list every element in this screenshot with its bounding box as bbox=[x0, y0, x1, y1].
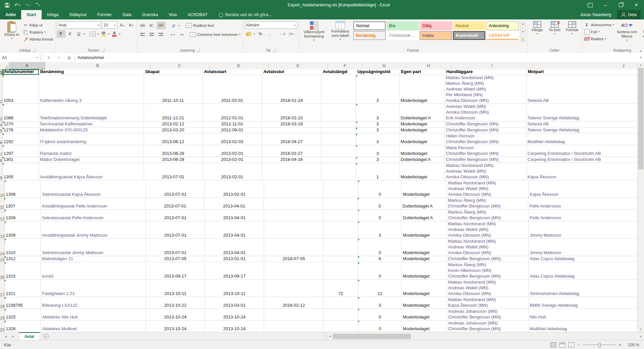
grid-cell[interactable]: Mattias Nordstrand (MN)Kajsa Åkesson (MN… bbox=[447, 297, 529, 309]
grid-cell[interactable]: Moderbolaget bbox=[400, 163, 445, 180]
column-header-B[interactable]: B bbox=[45, 62, 150, 69]
redo-button[interactable]: ↷▾ bbox=[25, 2, 31, 8]
grid-cell[interactable]: Moderbolaget bbox=[400, 128, 445, 133]
grid-cell[interactable] bbox=[324, 309, 358, 321]
grid-cell[interactable]: 3 bbox=[358, 198, 401, 210]
grid-cell[interactable] bbox=[264, 181, 324, 198]
grid-cell[interactable]: 1 bbox=[356, 163, 400, 180]
grid-cell[interactable]: 2018-04-27 bbox=[262, 134, 321, 145]
grid-cell[interactable]: Serviceavtal Kaffemaskiner bbox=[39, 122, 144, 127]
row-header-14[interactable]: 14 bbox=[0, 239, 5, 256]
grid-cell[interactable] bbox=[264, 222, 324, 239]
grid-cell[interactable]: 3 bbox=[356, 75, 400, 104]
grid-cell[interactable]: 1307 bbox=[4, 198, 41, 210]
grid-cell[interactable]: Telenor Sverige Aktiebolag bbox=[527, 104, 638, 121]
grid-cell[interactable]: Mobiltelefon 070-000125 bbox=[39, 128, 144, 133]
row-header-1[interactable]: 1 bbox=[0, 69, 3, 75]
increase-decimal-button[interactable]: ←,0 bbox=[279, 31, 287, 37]
cell-style-l-nkad-cell[interactable]: Länkad cell bbox=[486, 31, 518, 40]
grid-cell[interactable]: Helen PerssonChristoffer Bengtsson (MN) bbox=[445, 134, 527, 145]
grid-cell[interactable]: 2018-04-16 bbox=[262, 157, 321, 163]
namebox-splitter[interactable]: ⋮ bbox=[40, 53, 44, 62]
grid-cell[interactable] bbox=[324, 210, 358, 221]
grid-cell[interactable]: 12 bbox=[358, 280, 402, 297]
zoom-in-icon[interactable]: + bbox=[619, 343, 621, 347]
grid-cell[interactable] bbox=[264, 321, 324, 332]
grid-cell[interactable]: 2013-04-01 bbox=[205, 239, 264, 256]
row-header-4[interactable]: 4 bbox=[0, 122, 3, 128]
grid-cell[interactable]: Skapat bbox=[144, 69, 203, 75]
grid-cell[interactable]: 1053 bbox=[3, 75, 39, 104]
row-header-11[interactable]: 11 bbox=[0, 198, 4, 210]
grid-cell[interactable] bbox=[324, 297, 358, 309]
grid-cell[interactable]: 2013-01-01 bbox=[205, 256, 264, 262]
grid-cell[interactable]: 0 bbox=[358, 321, 402, 332]
grid-cell[interactable]: 1326 bbox=[5, 321, 41, 332]
grid-cell[interactable]: 2013-02-12 bbox=[144, 122, 203, 127]
cell-style-normal[interactable]: Normal bbox=[353, 21, 386, 30]
vertical-scroll-thumb[interactable] bbox=[638, 68, 643, 169]
cell-style-kontrollcell[interactable]: Kontrollcell bbox=[453, 31, 485, 40]
grid-cell[interactable]: Mattias Nordstrand (MN)Andreas Widell (M… bbox=[447, 239, 529, 256]
grid-cell[interactable]: Strömsholmen Aktiebolag bbox=[529, 280, 638, 297]
grid-cell[interactable]: Moderbolaget bbox=[402, 263, 447, 280]
zoom-slider[interactable]: − + bbox=[578, 343, 621, 347]
grid-cell[interactable]: 2012-09-01 bbox=[203, 128, 262, 133]
align-left-button[interactable] bbox=[139, 31, 147, 38]
page-break-view-icon[interactable] bbox=[568, 342, 574, 347]
decrease-indent-button[interactable]: ⇤≡ bbox=[169, 31, 177, 38]
grid-cell[interactable]: Handläggare bbox=[445, 69, 527, 75]
grid-cell[interactable] bbox=[321, 157, 356, 163]
scroll-down-arrow[interactable]: ▼ bbox=[640, 327, 642, 332]
align-center-button[interactable] bbox=[148, 31, 156, 38]
row-header-18[interactable]: 18 bbox=[0, 297, 5, 309]
row-header-16[interactable]: 16 bbox=[0, 263, 5, 280]
grid-cell[interactable]: Malmövägen 21 bbox=[41, 256, 146, 262]
grid-cell[interactable]: Anställningsavtal Jimmy Mattsson bbox=[41, 222, 146, 239]
grid-cell[interactable]: Fastigheten 1:23 bbox=[41, 280, 146, 297]
grid-cell[interactable]: 1305 bbox=[3, 163, 39, 180]
format-painter-button[interactable]: Hämta format bbox=[22, 36, 54, 43]
grid-cell[interactable]: 0 bbox=[358, 181, 402, 198]
fill-button[interactable]: ↓Fyll▾ bbox=[584, 28, 615, 35]
format-as-table-button[interactable]: Formatera som tabell▾ bbox=[328, 20, 353, 42]
grid-cell[interactable] bbox=[324, 263, 358, 280]
decrease-decimal-button[interactable]: ,00→ bbox=[288, 31, 297, 37]
grid-cell[interactable]: 2013-03-01 bbox=[205, 297, 264, 309]
grid-cell[interactable]: Dotterbolaget A bbox=[401, 198, 447, 210]
grid-cell[interactable]: 1297 bbox=[3, 146, 39, 157]
font-color-button[interactable]: A bbox=[110, 31, 118, 37]
grid-cell[interactable]: Pelle Andersson bbox=[528, 198, 638, 210]
grid-cell[interactable]: Sekretessavtal Pelle Andersson bbox=[41, 210, 146, 221]
font-size-select[interactable]: 10▾ bbox=[102, 21, 117, 29]
grid-cell[interactable]: 2013-09-17 bbox=[205, 263, 264, 280]
grid-cell[interactable]: 2013-10-24 bbox=[205, 321, 264, 332]
grid-cell[interactable]: 2013-07-01 bbox=[146, 210, 205, 221]
fill-color-button[interactable] bbox=[100, 31, 108, 37]
copy-button[interactable]: Kopiera▾ bbox=[22, 28, 54, 36]
grid-cell[interactable]: 1308 bbox=[5, 210, 41, 221]
ribbon-tab-arkiv[interactable]: Arkiv bbox=[0, 10, 21, 19]
grid-cell[interactable]: 3 bbox=[356, 157, 400, 163]
grid-cell[interactable]: 2013-10-24 bbox=[146, 321, 205, 332]
grid-cell[interactable]: Kaffemaskin våning 3 bbox=[39, 75, 144, 104]
grid-cell[interactable]: 72 bbox=[324, 280, 358, 297]
grid-cell[interactable]: Andreas Johansson (MN)Christoffer Bengts… bbox=[447, 321, 529, 332]
comma-style-button[interactable]: , bbox=[266, 31, 274, 37]
sort-filter-button[interactable]: AÖ Sortera och filtrera▾ bbox=[615, 20, 639, 43]
grid-cell[interactable]: kund1 bbox=[41, 263, 146, 280]
cell-style-bra[interactable]: Bra bbox=[387, 21, 419, 30]
grid-cell[interactable]: 2011-12-21 bbox=[144, 104, 203, 121]
grid-cell[interactable]: 2011-02-01 bbox=[203, 75, 262, 104]
grid-cell[interactable]: 2013-03-20 bbox=[144, 128, 203, 133]
row-header-9[interactable]: 9 bbox=[0, 163, 3, 181]
tell-me-box[interactable]: Berätta vad du vill göra... bbox=[213, 10, 271, 19]
grid-cell[interactable]: 2013-10-22 bbox=[146, 297, 205, 309]
formula-bar-expand-button[interactable]: ▼ bbox=[637, 53, 644, 62]
grid-cell[interactable]: Pelle Andersson bbox=[529, 210, 638, 221]
grid-cell[interactable]: 3 bbox=[358, 297, 402, 309]
grid-cell[interactable]: 2013-07-01 bbox=[146, 222, 205, 239]
grid-cell[interactable]: 3 bbox=[356, 146, 400, 157]
row-header-6[interactable]: 6 bbox=[0, 134, 3, 146]
ribbon-display-options-button[interactable] bbox=[582, 0, 598, 10]
